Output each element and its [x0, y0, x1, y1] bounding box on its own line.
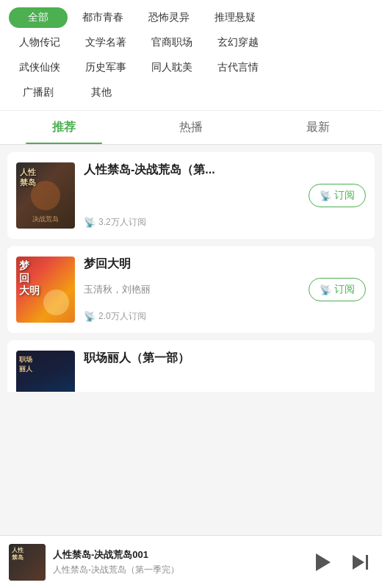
- cat-tag-mystery[interactable]: 推理悬疑: [204, 7, 266, 28]
- subscribe-btn-2[interactable]: 📡 订阅: [309, 278, 366, 301]
- book-cover-3: 职场丽人: [16, 351, 75, 392]
- category-section: 全部 都市青春 恐怖灵异 推理悬疑 人物传记 文学名著 官商职场 玄幻穿越 武侠…: [0, 0, 382, 111]
- category-row-4: 广播剧 其他: [9, 82, 373, 103]
- rss-icon-2: 📡: [84, 311, 96, 322]
- cat-tag-literature[interactable]: 文学名著: [75, 32, 137, 53]
- cat-tag-doujin[interactable]: 同人耽美: [141, 57, 203, 78]
- category-row-3: 武侠仙侠 历史军事 同人耽美 古代言情: [9, 57, 373, 78]
- book-cover-2: 梦回大明: [16, 257, 75, 323]
- player-bar: 人性禁岛 人性禁岛-决战荒岛001 人性禁岛-决战荒岛（第一季完）: [0, 535, 382, 588]
- cat-tag-radio[interactable]: 广播剧: [9, 82, 68, 103]
- play-icon: [316, 553, 331, 571]
- book-info-3: 职场丽人（第一部）: [84, 351, 366, 369]
- book-card-2[interactable]: 梦回大明 梦回大明 玉清秋，刘艳丽 📡 2.0万人订阅 📡 订阅: [7, 246, 375, 333]
- play-button[interactable]: [309, 549, 335, 576]
- subscribe-rss-icon-2: 📡: [320, 284, 331, 295]
- subscribe-rss-icon-1: 📡: [320, 190, 331, 201]
- book-cover-1: 人性禁岛 决战荒岛: [16, 162, 75, 229]
- tab-bar: 推荐 热播 最新: [0, 111, 382, 145]
- book-title-1: 人性禁岛-决战荒岛（第...: [84, 162, 366, 178]
- rss-icon-1: 📡: [84, 217, 96, 228]
- book-list: 人性禁岛 决战荒岛 人性禁岛-决战荒岛（第... 📡 3.2万人订阅 📡 订阅 …: [0, 145, 382, 562]
- book-subscribers-1: 📡 3.2万人订阅: [84, 216, 366, 229]
- book-card-1[interactable]: 人性禁岛 决战荒岛 人性禁岛-决战荒岛（第... 📡 3.2万人订阅 📡 订阅: [7, 152, 375, 239]
- tab-new[interactable]: 最新: [255, 111, 382, 144]
- book-card-3[interactable]: 职场丽人 职场丽人（第一部）: [7, 340, 375, 392]
- cat-tag-urban[interactable]: 都市青春: [72, 7, 134, 28]
- cat-tag-fantasy[interactable]: 玄幻穿越: [207, 32, 269, 53]
- player-title: 人性禁岛-决战荒岛001: [53, 548, 309, 562]
- player-cover: 人性禁岛: [9, 544, 46, 581]
- tab-hot[interactable]: 热播: [127, 111, 254, 144]
- cat-tag-other[interactable]: 其他: [72, 82, 131, 103]
- next-button[interactable]: [347, 549, 373, 576]
- book-title-3: 职场丽人（第一部）: [84, 351, 366, 366]
- book-subscribers-2: 📡 2.0万人订阅: [84, 310, 366, 323]
- cat-tag-history[interactable]: 历史军事: [75, 57, 137, 78]
- subscribe-btn-1[interactable]: 📡 订阅: [309, 184, 366, 207]
- player-controls: [309, 549, 373, 576]
- book-title-2: 梦回大明: [84, 257, 366, 272]
- next-icon: [353, 555, 368, 570]
- category-row-2: 人物传记 文学名著 官商职场 玄幻穿越: [9, 32, 373, 53]
- player-subtitle: 人性禁岛-决战荒岛（第一季完）: [53, 564, 309, 576]
- cat-tag-wuxia[interactable]: 武侠仙侠: [9, 57, 71, 78]
- cat-tag-all[interactable]: 全部: [9, 7, 68, 28]
- tab-recommend[interactable]: 推荐: [0, 111, 127, 144]
- cat-tag-biography[interactable]: 人物传记: [9, 32, 71, 53]
- cat-tag-horror[interactable]: 恐怖灵异: [138, 7, 200, 28]
- cat-tag-ancient[interactable]: 古代言情: [207, 57, 269, 78]
- player-info: 人性禁岛-决战荒岛001 人性禁岛-决战荒岛（第一季完）: [53, 548, 309, 576]
- category-row-1: 全部 都市青春 恐怖灵异 推理悬疑: [9, 7, 373, 28]
- cat-tag-official[interactable]: 官商职场: [141, 32, 203, 53]
